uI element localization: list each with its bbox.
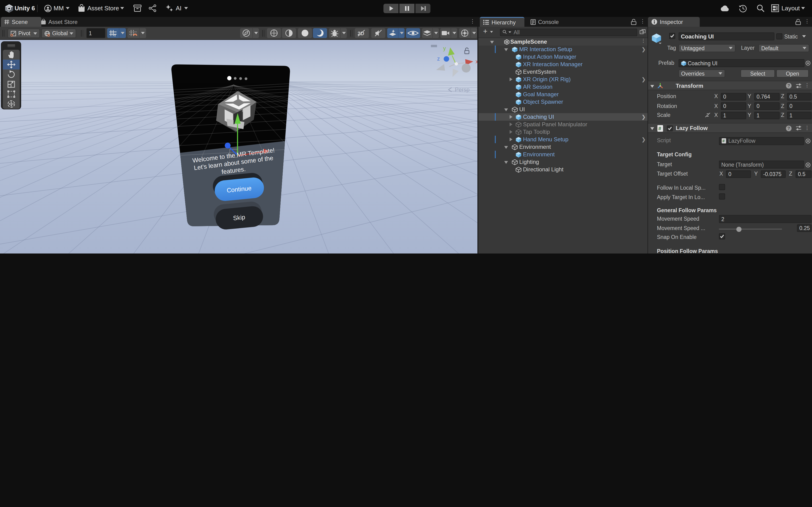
svg-text:#: # [658,125,661,131]
svg-text:Y: Y [114,33,116,37]
svg-text:?: ? [788,126,790,130]
svg-text:Skip: Skip [233,214,246,222]
svg-text:#: # [722,138,725,143]
svg-text:z: z [437,56,440,62]
svg-text:x: x [475,58,477,64]
svg-text:Persp: Persp [455,87,470,93]
svg-text:?: ? [788,83,790,88]
svg-text:y: y [443,45,446,51]
